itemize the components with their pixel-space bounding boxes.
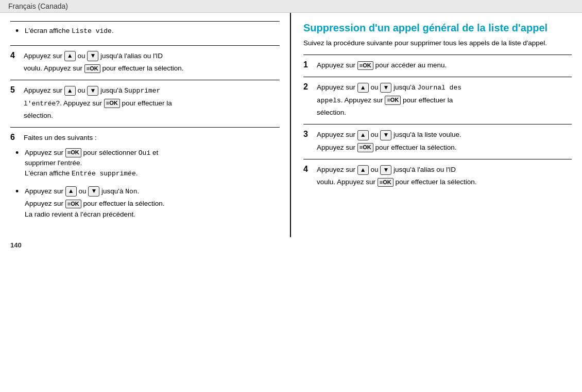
arrow-down-icon: ▼ [87,51,98,61]
ok-button-icon: ≡OK [357,143,373,152]
step-number-4: 4 [303,165,315,174]
ok-button-icon: ≡OK [104,99,120,108]
ok-button-icon: ≡OK [84,64,100,73]
arrow-down-icon: ▼ [380,130,391,140]
right-column: Suppression d'un appel général de la lis… [291,13,582,237]
step-number-4: 4 [10,51,22,60]
left-step-5: 5 Appuyez sur ▲ ou ▼ jusqu'à Supprimer l… [10,80,280,127]
code-entree-supprimee: Entrée supprimée [72,170,136,177]
step-number-1: 1 [303,60,315,69]
section-intro: Suivez la procédure suivante pour suppri… [303,39,572,48]
code-appels: appels [317,97,341,104]
code-non: Non [125,188,137,195]
step-4-content: Appuyez sur ▲ ou ▼ jusqu'à l'alias ou l'… [24,51,280,76]
step-6-intro: Faites un des suivants : [24,133,97,143]
ok-button-icon: ≡OK [378,178,393,187]
code-journal-des: Journal des [417,84,461,92]
page-header: Français (Canada) [0,0,582,13]
right-step-1-content: Appuyez sur ≡OK pour accéder au menu. [317,60,572,73]
step-number-3: 3 [303,130,315,139]
right-step-2-content: Appuyez sur ▲ ou ▼ jusqu'à Journal des a… [317,82,572,120]
code-oui: Oui [139,149,150,157]
right-step-1: 1 Appuyez sur ≡OK pour accéder au menu. [303,55,572,77]
right-step-4-content: Appuyez sur ▲ ou ▼ jusqu'à l'alias ou l'… [317,165,572,190]
bullet-dot: • [15,26,23,37]
left-step-6: 6 Faites un des suivants : • Appuyez sur… [10,127,280,229]
ok-button-icon: ≡OK [385,96,401,104]
step-5-content: Appuyez sur ▲ ou ▼ jusqu'à Supprimer l'e… [24,85,280,123]
page-number: 140 [10,241,22,249]
step-6-bullet-1-content: Appuyez sur ≡OK pour sélectionner Oui et… [25,148,158,179]
arrow-up-icon: ▲ [64,51,76,61]
arrow-up-icon: ▲ [357,165,369,175]
right-step-4: 4 Appuyez sur ▲ ou ▼ jusqu'à l'alias ou … [303,159,572,194]
arrow-up-icon: ▲ [357,83,369,93]
ok-button-icon: ≡OK [65,148,81,157]
arrow-up-icon: ▲ [64,86,76,96]
right-step-2: 2 Appuyez sur ▲ ou ▼ jusqu'à Journal des… [303,77,572,124]
left-step-4: 4 Appuyez sur ▲ ou ▼ jusqu'à l'alias ou … [10,45,280,80]
arrow-down-icon: ▼ [88,186,99,197]
code-supprimer: Supprimer [124,87,160,95]
page-footer: 140 [0,237,582,253]
bullet-dot: • [15,186,23,198]
ok-button-icon: ≡OK [357,61,373,70]
step-6-bullet-2-content: Appuyez sur ▲ ou ▼ jusqu'à Non. Appuyez … [25,186,165,220]
code-liste-vide: Liste vide [72,27,112,35]
bullet-dot: • [15,148,23,159]
right-step-3: 3 Appuyez sur ▲ ou ▼ jusqu'à la liste vo… [303,124,572,159]
arrow-down-icon: ▼ [380,83,391,93]
arrow-up-icon: ▲ [357,130,369,140]
bullet-intro: • L'écran affiche Liste vide. [10,21,280,45]
arrow-down-icon: ▼ [380,165,391,175]
ok-button-icon: ≡OK [65,200,81,208]
step-number-2: 2 [303,82,315,92]
step-6-bullet-2: • Appuyez sur ▲ ou ▼ jusqu'à Non. Appuye… [10,186,165,220]
right-step-3-content: Appuyez sur ▲ ou ▼ jusqu'à la liste voul… [317,130,572,155]
arrow-up-icon: ▲ [65,186,77,197]
left-column: • L'écran affiche Liste vide. 4 Appuyez … [0,13,291,237]
arrow-down-icon: ▼ [87,86,98,96]
bullet-intro-text: L'écran affiche Liste vide. [25,26,114,37]
header-label: Français (Canada) [8,2,68,10]
step-number-5: 5 [10,85,22,95]
section-title: Suppression d'un appel général de la lis… [303,21,572,34]
code-lentree: l'entrée? [24,100,60,108]
step-6-bullet-1: • Appuyez sur ≡OK pour sélectionner Oui … [10,148,158,179]
step-number-6: 6 [10,133,22,142]
